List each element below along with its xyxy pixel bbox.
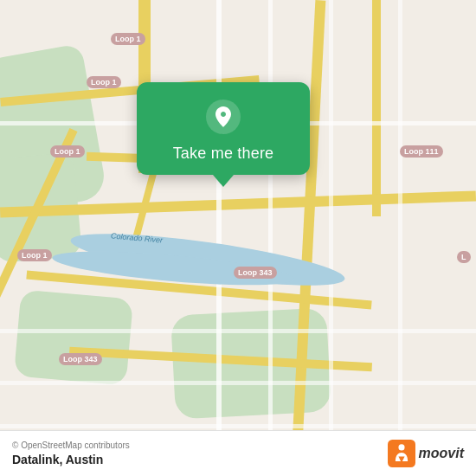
bottom-left: © OpenStreetMap contributors Datalink, A… (12, 441, 130, 466)
location-name: Datalink, Austin (12, 453, 130, 466)
popup-label: Take me there (173, 145, 274, 163)
road (216, 0, 222, 476)
svg-point-2 (398, 444, 404, 450)
park-area (14, 290, 133, 386)
road (0, 381, 476, 385)
moovit-logo: moovit (388, 440, 464, 467)
road-label-loop-right: L (457, 251, 471, 263)
road-label-loop1-left: Loop 1 (50, 145, 85, 158)
map-container: Colorado River Loop 1Loop 1Loop 1Loop 1L… (0, 0, 476, 476)
road (0, 329, 476, 333)
road-label-loop1-bottom: Loop 1 (17, 249, 52, 261)
osm-attribution: © OpenStreetMap contributors (12, 441, 130, 450)
moovit-text: moovit (419, 446, 464, 461)
road-label-loop1-top: Loop 1 (111, 33, 145, 45)
road-label-loop343-bottom: Loop 343 (59, 353, 102, 365)
road (372, 0, 381, 216)
road-label-loop343-mid: Loop 343 (234, 267, 277, 279)
road (398, 0, 402, 476)
road-label-loop1-mid: Loop 1 (87, 76, 121, 88)
road-label-loop111: Loop 111 (400, 145, 443, 158)
moovit-icon (388, 440, 415, 467)
location-pin-icon (204, 98, 242, 136)
popup-card[interactable]: Take me there (137, 82, 310, 175)
bottom-bar: © OpenStreetMap contributors Datalink, A… (0, 430, 476, 476)
road (329, 0, 333, 476)
road (268, 0, 273, 476)
road (0, 424, 476, 428)
